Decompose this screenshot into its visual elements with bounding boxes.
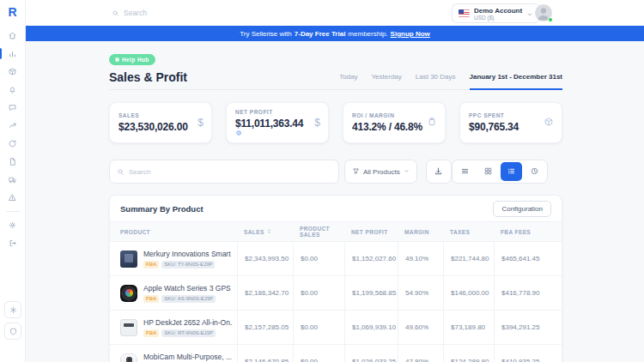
table-row[interactable]: Merkury Innovations Smart ... FBA SKU: T… xyxy=(110,242,562,276)
info-icon[interactable] xyxy=(235,124,242,140)
trend-up-icon xyxy=(8,121,17,130)
sidebar-item-documents[interactable] xyxy=(0,153,25,171)
column-sales[interactable]: SALES xyxy=(237,222,293,241)
topbar: Demo Account USD ($) xyxy=(26,0,644,26)
date-range-tabs: Today Yesterday Last 30 Days January 1st… xyxy=(339,73,562,89)
grid-view-icon xyxy=(483,164,493,179)
sidebar-item-settings[interactable] xyxy=(0,216,25,234)
global-search[interactable] xyxy=(112,0,227,26)
fba-badge: FBA xyxy=(143,329,159,337)
trial-banner: Try Sellerise with 7-Day Free Trial memb… xyxy=(26,26,644,41)
sidebar-item-shipments[interactable] xyxy=(0,171,25,189)
sidebar-item-alerts[interactable] xyxy=(0,189,25,207)
sidebar-item-home[interactable] xyxy=(0,27,25,45)
account-currency: USD ($) xyxy=(474,15,522,21)
tab-last-30-days[interactable]: Last 30 Days xyxy=(416,73,456,89)
cube-icon xyxy=(544,115,554,130)
net-profit-cell: $1,199,568.85 xyxy=(344,276,398,310)
list-view-button[interactable] xyxy=(501,162,522,181)
all-products-filter[interactable]: All Products xyxy=(344,160,417,184)
sort-arrows-icon xyxy=(266,228,272,235)
tab-custom-date-range[interactable]: January 1st - December 31st xyxy=(470,73,563,90)
table-row[interactable]: Apple Watch Series 3 GPS ... FBA SKU: AS… xyxy=(110,276,562,311)
tab-today[interactable]: Today xyxy=(339,73,357,89)
sales-cell: $2,157,285.05 xyxy=(237,311,293,344)
product-name: HP DeskJet 2652 All-in-On... xyxy=(143,318,233,327)
sidebar-item-logout[interactable] xyxy=(0,234,25,252)
sidebar-item-notifications[interactable] xyxy=(0,81,25,99)
stat-value: $11,011,363.44 xyxy=(235,118,319,130)
configuration-button[interactable]: Configuration xyxy=(493,201,551,217)
signup-now-link[interactable]: Signup Now xyxy=(391,30,430,38)
product-name: Merkury Innovations Smart ... xyxy=(143,250,233,258)
fba-badge: FBA xyxy=(143,261,159,268)
margin-cell: 54.90% xyxy=(398,276,443,310)
help-hub-badge[interactable]: Help Hub xyxy=(109,54,155,65)
taxes-cell: $124,289.80 xyxy=(443,345,494,362)
global-search-input[interactable] xyxy=(124,9,227,17)
history-view-button[interactable] xyxy=(524,162,545,181)
security-button[interactable] xyxy=(4,323,21,340)
table-body: Merkury Innovations Smart ... FBA SKU: T… xyxy=(110,242,562,362)
sidebar-item-analytics[interactable] xyxy=(0,45,25,63)
shield-icon xyxy=(9,327,18,336)
product-sales-cell: $0.00 xyxy=(293,345,344,362)
search-icon xyxy=(117,164,125,179)
sidebar-item-trends[interactable] xyxy=(0,117,25,135)
menu-view-button[interactable] xyxy=(454,162,476,181)
sidebar-item-sync[interactable] xyxy=(0,135,25,153)
gear-icon xyxy=(8,220,17,230)
margin-cell: 49.10% xyxy=(398,242,443,275)
truck-icon xyxy=(8,175,17,184)
page-header: Sales & Profit Today Yesterday Last 30 D… xyxy=(109,67,562,90)
sellerise-logo[interactable]: R xyxy=(8,4,16,20)
product-search-input[interactable] xyxy=(129,168,301,176)
tab-yesterday[interactable]: Yesterday xyxy=(372,73,402,89)
product-badges: FBA SKU: RT-9N0S-EJ3P xyxy=(143,329,233,337)
list-view-icon xyxy=(507,164,516,179)
stat-label: PPC SPENT xyxy=(469,112,553,118)
home-icon xyxy=(8,31,17,40)
roi-margin-card: ROI / MARGIN 413.2% / 46.8% xyxy=(343,102,446,143)
banner-highlight: 7-Day Free Trial xyxy=(295,30,346,38)
sales-cell: $2,186,342.70 xyxy=(237,276,293,310)
account-selector[interactable]: Demo Account USD ($) xyxy=(452,3,540,23)
product-cell: MobiCam Multi-Purpose, ... FBA SKU: XC-9… xyxy=(110,345,237,362)
logout-icon xyxy=(8,238,17,248)
sidebar-item-messages[interactable] xyxy=(0,99,25,117)
clipboard-icon xyxy=(427,115,437,130)
table-toolbar: All Products xyxy=(109,160,562,184)
view-switcher xyxy=(452,160,548,184)
sparkle-icon xyxy=(9,305,18,315)
product-cell: Merkury Innovations Smart ... FBA SKU: T… xyxy=(110,242,237,275)
sidebar-item-products[interactable] xyxy=(0,63,25,81)
margin-cell: 47.80% xyxy=(398,345,443,362)
help-hub-dot-icon xyxy=(115,57,119,62)
sidebar-nav xyxy=(0,27,25,252)
filter-label: All Products xyxy=(363,168,400,176)
account-name: Demo Account xyxy=(474,7,522,15)
stat-cards: SALES $23,530,026.00 $ NET PROFIT $11,01… xyxy=(109,102,562,143)
online-status-dot xyxy=(548,17,553,22)
search-icon xyxy=(112,5,119,21)
stat-label: ROI / MARGIN xyxy=(352,112,436,118)
table-column-headers: PRODUCT SALES PRODUCT SALES NET PROFIT M… xyxy=(110,221,562,242)
net-profit-cell: $1,069,939.10 xyxy=(344,311,398,344)
table-row[interactable]: HP DeskJet 2652 All-in-On... FBA SKU: RT… xyxy=(110,311,562,345)
theme-toggle-button[interactable] xyxy=(4,301,21,318)
user-avatar[interactable] xyxy=(535,4,552,21)
column-net-profit: NET PROFIT xyxy=(344,222,398,241)
product-sales-cell: $0.00 xyxy=(293,276,344,310)
export-download-button[interactable] xyxy=(426,160,452,184)
grid-view-button[interactable] xyxy=(477,162,499,181)
chevron-down-icon xyxy=(404,168,410,176)
product-search[interactable] xyxy=(109,160,339,184)
stat-label: NET PROFIT xyxy=(235,109,319,115)
product-cell: Apple Watch Series 3 GPS ... FBA SKU: AS… xyxy=(110,276,237,310)
net-profit-card: NET PROFIT $11,011,363.44 $ xyxy=(226,102,329,143)
app-root: Demo Account USD ($) Try Sellerise with … xyxy=(0,0,644,362)
product-cell: HP DeskJet 2652 All-in-On... FBA SKU: RT… xyxy=(110,311,237,344)
table-row[interactable]: MobiCam Multi-Purpose, ... FBA SKU: XC-9… xyxy=(110,345,562,362)
dollar-icon: $ xyxy=(314,117,320,129)
product-badges: FBA SKU: AS-9N0S-EJ3P xyxy=(143,295,233,303)
